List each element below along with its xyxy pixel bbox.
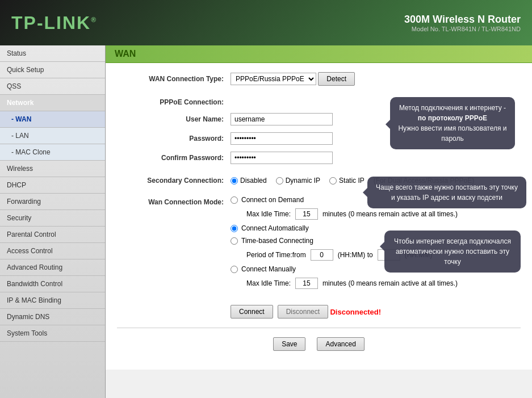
router-info: 300M Wireless N Router Model No. TL-WR84… <box>404 14 521 32</box>
tooltip-pppoe: Метод подключения к интернету - по прото… <box>390 97 515 149</box>
connect-disconnect-row: Connect Disconnect Disconnected! <box>117 305 521 319</box>
static-ip-option[interactable]: Static IP <box>329 177 365 185</box>
wan-connection-type-label: WAN Connection Type: <box>117 75 231 83</box>
max-idle-note2: minutes (0 means remain active at all ti… <box>322 279 458 287</box>
sidebar-item-status[interactable]: Status <box>0 45 105 62</box>
max-idle-time-label1: Max Idle Time: <box>246 210 291 218</box>
secondary-connection-label: Secondary Connection: <box>117 177 231 185</box>
disabled-option[interactable]: Disabled <box>231 177 267 185</box>
time-based-radio[interactable] <box>231 237 238 245</box>
wan-connection-type-row: WAN Connection Type: PPPoE/Russia PPPoE … <box>117 72 521 86</box>
tooltip-auto-connect: Чтобы интернет всегда подключался автома… <box>384 231 521 273</box>
period-of-time-label: Period of Time:from <box>246 251 306 259</box>
dynamic-ip-radio[interactable] <box>276 177 283 185</box>
sidebar-item-network[interactable]: Network <box>0 95 105 111</box>
connect-automatically-radio[interactable] <box>231 225 238 232</box>
logo-tm: ® <box>91 16 97 24</box>
logo-text: TP-LINK <box>11 12 91 33</box>
confirm-password-label: Confirm Password: <box>117 154 231 162</box>
sidebar-item-dynamic-dns[interactable]: Dynamic DNS <box>0 309 105 325</box>
max-idle-time-input2[interactable] <box>295 278 318 289</box>
tooltip-secondary: Чаще всего также нужно поставить эту точ… <box>367 177 526 208</box>
sidebar-item-quick-setup[interactable]: Quick Setup <box>0 62 105 78</box>
sidebar-item-advanced-routing[interactable]: Advanced Routing <box>0 259 105 276</box>
max-idle-time-label2: Max Idle Time: <box>246 279 291 287</box>
advanced-button[interactable]: Advanced <box>317 337 364 351</box>
time-based-label: Time-based Connecting <box>241 237 313 245</box>
router-name: 300M Wireless N Router <box>404 14 521 26</box>
connect-on-demand-radio[interactable] <box>231 196 238 204</box>
period-from-input[interactable] <box>311 249 333 261</box>
time-based-option[interactable]: Time-based Connecting <box>231 237 333 245</box>
sidebar-item-dhcp[interactable]: DHCP <box>0 177 105 194</box>
header: TP-LINK® 300M Wireless N Router Model No… <box>0 0 532 45</box>
connect-manually-option[interactable]: Connect Manually <box>231 265 333 273</box>
static-ip-radio[interactable] <box>329 177 337 185</box>
dynamic-ip-label: Dynamic IP <box>286 177 320 185</box>
period-to-label: (HH:MM) to <box>338 251 373 259</box>
user-name-label: User Name: <box>117 115 231 123</box>
dynamic-ip-option[interactable]: Dynamic IP <box>276 177 320 185</box>
password-label: Password: <box>117 135 231 143</box>
confirm-password-row: Confirm Password: <box>117 152 521 164</box>
connect-automatically-option[interactable]: Connect Automatically <box>231 224 333 232</box>
sidebar-item-ip-mac-binding[interactable]: IP & MAC Binding <box>0 292 105 309</box>
disconnected-status: Disconnected! <box>330 308 381 316</box>
sidebar-item-wireless[interactable]: Wireless <box>0 161 105 177</box>
save-button[interactable]: Save <box>273 337 305 351</box>
password-input[interactable] <box>231 132 333 145</box>
sidebar-item-mac-clone[interactable]: - MAC Clone <box>0 144 105 161</box>
divider <box>117 328 521 328</box>
save-row: Save Advanced <box>117 337 521 351</box>
sidebar: StatusQuick SetupQSSNetwork- WAN- LAN- M… <box>0 45 106 398</box>
model-number: Model No. TL-WR841N / TL-WR841ND <box>404 26 521 32</box>
max-idle-time-row1: Max Idle Time: minutes (0 means remain a… <box>246 208 458 220</box>
user-name-input[interactable] <box>231 113 333 125</box>
main-layout: StatusQuick SetupQSSNetwork- WAN- LAN- M… <box>0 45 532 398</box>
connect-manually-radio[interactable] <box>231 266 238 273</box>
wan-connection-type-select[interactable]: PPPoE/Russia PPPoE <box>231 73 316 85</box>
max-idle-note1: minutes (0 means remain active at all ti… <box>322 210 458 218</box>
content-body: WAN Connection Type: PPPoE/Russia PPPoE … <box>106 63 532 370</box>
disconnect-button[interactable]: Disconnect <box>278 305 328 319</box>
sidebar-item-system-tools[interactable]: System Tools <box>0 325 105 342</box>
disabled-label: Disabled <box>240 177 267 185</box>
connect-manually-label: Connect Manually <box>241 265 296 273</box>
tooltip-pppoe-text: Метод подключения к интернету - по прото… <box>398 104 506 143</box>
wan-connection-mode-label: Wan Connection Mode: <box>117 196 231 206</box>
detect-button[interactable]: Detect <box>318 72 355 86</box>
content-area: WAN WAN Connection Type: PPPoE/Russia PP… <box>106 45 532 398</box>
connect-automatically-label: Connect Automatically <box>241 224 309 232</box>
max-idle-time-input1[interactable] <box>295 208 318 220</box>
disabled-radio[interactable] <box>231 177 238 185</box>
logo: TP-LINK® <box>11 12 97 33</box>
tooltip-secondary-text: Чаще всего также нужно поставить эту точ… <box>376 183 518 202</box>
tooltip-auto-connect-text: Чтобы интернет всегда подключался автома… <box>394 237 511 266</box>
sidebar-item-wan[interactable]: - WAN <box>0 111 105 128</box>
connect-button[interactable]: Connect <box>231 305 273 319</box>
sidebar-item-qss[interactable]: QSS <box>0 78 105 95</box>
sidebar-item-security[interactable]: Security <box>0 210 105 227</box>
sidebar-item-bandwidth-control[interactable]: Bandwidth Control <box>0 276 105 292</box>
sidebar-item-parental-control[interactable]: Parental Control <box>0 227 105 243</box>
connect-on-demand-label: Connect on Demand <box>241 196 304 204</box>
static-ip-label: Static IP <box>339 177 365 185</box>
max-idle-time-row2: Max Idle Time: minutes (0 means remain a… <box>246 278 458 289</box>
sidebar-item-access-control[interactable]: Access Control <box>0 243 105 259</box>
page-title: WAN <box>106 45 532 63</box>
pppoe-connection-label: PPPoE Connection: <box>117 98 231 106</box>
confirm-password-input[interactable] <box>231 152 333 164</box>
sidebar-item-forwarding[interactable]: Forwarding <box>0 194 105 210</box>
sidebar-item-lan[interactable]: - LAN <box>0 128 105 144</box>
connect-on-demand-option[interactable]: Connect on Demand <box>231 196 333 204</box>
